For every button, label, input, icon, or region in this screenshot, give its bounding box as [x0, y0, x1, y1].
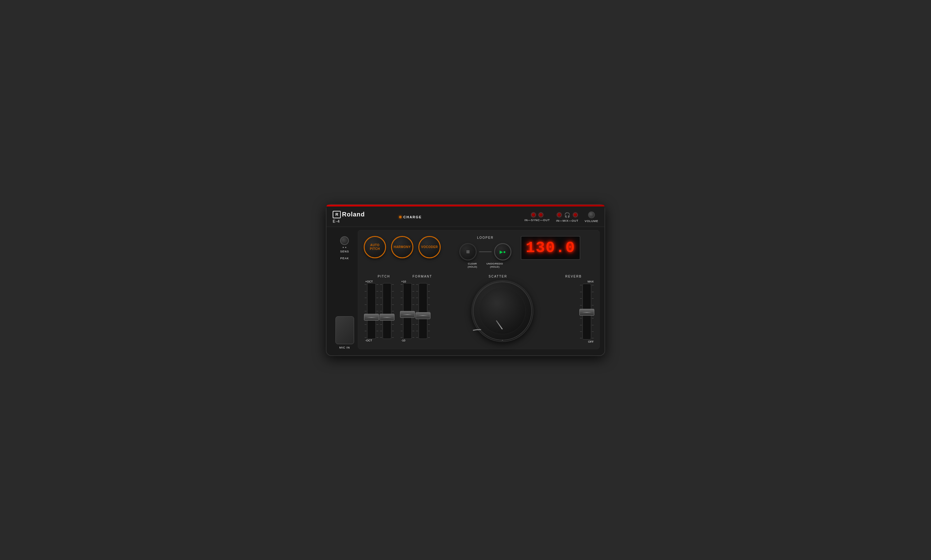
looper-section: LOOPER ▶● CLEAR (HOLD) UNDO/REDO (HOLD)	[459, 236, 511, 269]
formant-handle-right[interactable]	[415, 312, 431, 319]
tick	[377, 311, 378, 311]
tick	[428, 311, 430, 311]
vocoder-button[interactable]: VOCODER	[418, 236, 441, 258]
tick	[580, 285, 582, 285]
tick	[392, 305, 394, 305]
formant-ticks-right2	[428, 283, 430, 339]
sens-knob[interactable]	[340, 236, 349, 245]
controls-section: AUTO PITCH HARMONY VOCODER LOOPER	[358, 230, 599, 349]
looper-buttons: ▶●	[459, 243, 511, 260]
formant-section-label: FORMANT	[405, 275, 439, 278]
handle-line	[582, 312, 592, 312]
mix-in-jack[interactable]	[557, 212, 562, 217]
bpm-display: 130.0	[526, 239, 575, 257]
tick	[401, 337, 403, 338]
effect-buttons: AUTO PITCH HARMONY VOCODER	[364, 236, 441, 258]
looper-play-button[interactable]: ▶●	[494, 243, 511, 260]
tick	[364, 311, 366, 311]
formant-slider-left-track	[401, 283, 414, 339]
pitch-slider-left-track	[364, 283, 378, 339]
looper-clear-button[interactable]	[459, 243, 477, 260]
left-section: SENS PEAK MIC IN	[332, 230, 358, 349]
scatter-section	[437, 280, 568, 342]
tick	[580, 325, 582, 325]
led-display: 130.0	[521, 236, 581, 260]
formant-max-label2	[423, 280, 424, 283]
tick	[412, 305, 414, 305]
tick	[380, 298, 382, 298]
formant-handle-left[interactable]	[400, 311, 415, 318]
pitch-track-left[interactable]	[367, 283, 376, 339]
tick	[592, 298, 594, 298]
auto-pitch-button[interactable]: AUTO PITCH	[364, 236, 386, 258]
volume-label: VOLUME	[585, 220, 598, 223]
tick	[380, 337, 382, 338]
charge-led	[399, 216, 401, 218]
reverb-track[interactable]	[582, 284, 591, 340]
pitch-slider-right	[380, 280, 394, 342]
reverb-off-label: OFF	[588, 340, 594, 343]
tick	[428, 331, 430, 331]
formant-slider-right-track	[416, 283, 430, 339]
sync-connector-group: IN—SYNC—OUT	[525, 212, 550, 222]
controls-labels-row: PITCH FORMANT SCATTER REVERB	[364, 275, 594, 278]
tick	[428, 298, 430, 298]
tick	[412, 337, 414, 338]
tick	[401, 305, 403, 305]
device-body: SENS PEAK MIC IN AUTO PITCH HARMONY	[326, 227, 605, 355]
tick	[580, 318, 582, 318]
mic-in-connector[interactable]	[335, 316, 354, 344]
looper-title: LOOPER	[477, 236, 494, 239]
scatter-section-label: SCATTER	[439, 275, 556, 278]
charge-label: CHARGE	[403, 215, 422, 219]
brand-name: Roland	[342, 211, 365, 218]
mix-connector-group: 🎧 IN—MIX—OUT	[556, 212, 579, 222]
display-section: 130.0	[521, 236, 581, 260]
pitch-ticks-left	[364, 283, 366, 339]
mix-jacks: 🎧	[557, 212, 578, 218]
scatter-indicator	[496, 320, 503, 329]
pitch-handle-right[interactable]	[380, 314, 394, 321]
pitch-handle-left[interactable]	[364, 314, 379, 321]
tick	[428, 337, 430, 338]
tick	[592, 325, 594, 325]
mix-out-jack[interactable]	[573, 212, 578, 217]
scatter-knob[interactable]	[471, 280, 533, 342]
handle-line	[403, 314, 412, 315]
tick	[364, 305, 366, 305]
formant-track-left[interactable]	[403, 283, 412, 339]
volume-group: VOLUME	[585, 211, 598, 223]
tick	[380, 311, 382, 311]
play-record-icon: ▶●	[500, 249, 505, 254]
tick	[580, 331, 582, 332]
formant-min-label2	[423, 339, 424, 342]
roland-logo: R Roland	[333, 211, 365, 218]
tick	[592, 318, 594, 318]
reverb-handle[interactable]	[579, 309, 594, 315]
volume-knob[interactable]	[588, 211, 595, 218]
pitch-ticks-right2	[392, 283, 394, 339]
tick	[416, 298, 418, 298]
reverb-slider-group: MAX	[580, 280, 594, 343]
sens-dot-right	[345, 247, 346, 248]
roland-r-icon: R	[333, 211, 341, 218]
tick	[392, 311, 394, 311]
tick	[401, 298, 403, 298]
pitch-max-label: +OCT	[365, 280, 373, 283]
connectors-section: IN—SYNC—OUT 🎧 IN—MIX—OUT VOLUME	[525, 211, 598, 223]
pitch-sliders: +OCT	[364, 280, 394, 342]
tick	[416, 311, 418, 311]
sync-in-jack[interactable]	[531, 212, 536, 217]
headphone-icon: 🎧	[564, 212, 570, 218]
tick	[377, 298, 378, 298]
pitch-track-right[interactable]	[383, 283, 391, 339]
formant-track-right[interactable]	[418, 283, 427, 339]
tick	[592, 292, 594, 292]
pitch-min-label2	[381, 339, 382, 342]
tick	[380, 305, 382, 305]
sync-out-jack[interactable]	[539, 212, 543, 217]
harmony-button[interactable]: HARMONY	[391, 236, 413, 258]
tick	[580, 292, 582, 292]
tick	[377, 337, 378, 338]
pitch-section-label: PITCH	[367, 275, 401, 278]
